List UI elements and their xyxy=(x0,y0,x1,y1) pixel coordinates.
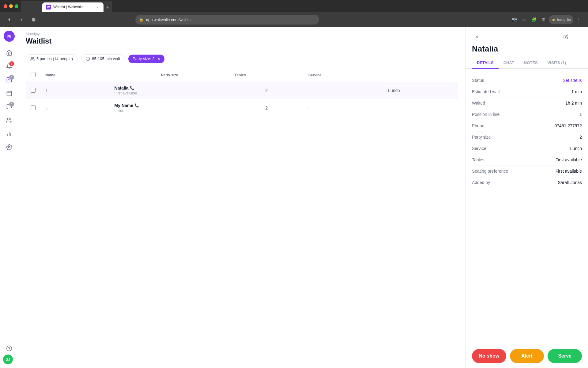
detail-row-position: Position in line 1 xyxy=(472,109,582,120)
sidebar-item-home[interactable] xyxy=(3,47,15,59)
svg-point-5 xyxy=(7,118,9,120)
party-size-label: Party size xyxy=(472,135,491,140)
table-row[interactable]: 5 My Name 📞 Inside 2 - xyxy=(26,99,458,117)
waitlist-table: Name Party size Tables Service 1 xyxy=(26,68,458,117)
service-cell xyxy=(383,99,458,117)
parties-chip: 5 parties (14 people) xyxy=(26,54,77,63)
tables-value: First available xyxy=(556,157,582,162)
detail-row-added-by: Added by Sarah Jonas xyxy=(472,177,582,188)
sidebar-item-notifications[interactable]: 5 xyxy=(3,60,15,72)
extension-icon[interactable]: 🧩 xyxy=(530,15,538,24)
sidebar-item-team[interactable] xyxy=(3,114,15,126)
address-bar-container: 🔒 app.waitwhile.com/waitlist 📷 ☆ 🧩 ⊞ 🕵️ … xyxy=(0,12,588,27)
guest-name: My Name xyxy=(115,103,133,108)
right-panel: × ⋮ Natalia DETAILS CHAT NOTES VISITS (1… xyxy=(466,27,588,368)
org-avatar[interactable]: M xyxy=(4,31,15,42)
panel-more-button[interactable]: ⋮ xyxy=(572,32,582,42)
panel-edit-button[interactable] xyxy=(561,32,571,42)
sidebar-item-chat[interactable]: 0 xyxy=(3,101,15,113)
filter-chip[interactable]: Party size: 2 × xyxy=(128,55,164,63)
app-container: M 5 0 0 xyxy=(0,27,588,368)
estimated-wait-value: 1 min xyxy=(571,89,582,94)
forward-button[interactable] xyxy=(17,15,26,24)
maximize-button[interactable] xyxy=(15,4,18,8)
party-size-cell: 2 xyxy=(230,99,303,117)
sidebar-item-analytics[interactable] xyxy=(3,128,15,140)
phone-value: 07451 277972 xyxy=(554,123,582,128)
position-label: Position in line xyxy=(472,112,499,117)
tab-notes[interactable]: NOTES xyxy=(519,57,543,69)
refresh-button[interactable] xyxy=(29,15,38,24)
sidebar-item-checkin[interactable]: 0 xyxy=(3,74,15,86)
added-by-label: Added by xyxy=(472,180,490,185)
tab-visits[interactable]: VISITS (1) xyxy=(543,57,571,69)
sidebar-item-waitlist[interactable] xyxy=(3,87,15,99)
panel-header: × ⋮ xyxy=(466,27,588,42)
select-all-checkbox[interactable] xyxy=(31,72,36,77)
added-by-value: Sarah Jonas xyxy=(558,180,582,185)
close-button[interactable] xyxy=(4,4,7,8)
col-header-service: Service xyxy=(303,68,383,82)
sidebar-item-settings[interactable] xyxy=(3,141,15,153)
main-header: Moodjoy Waitlist xyxy=(18,27,466,49)
title-bar: Waitlist | Waitwhile × + xyxy=(0,0,588,12)
menu-button[interactable]: ⋮ xyxy=(575,15,583,24)
detail-row-party-size: Party size 2 xyxy=(472,132,582,143)
alert-button[interactable]: Alert xyxy=(510,349,544,363)
browser-chrome: Waitlist | Waitwhile × + 🔒 app.waitwhile… xyxy=(0,0,588,27)
user-avatar[interactable]: SJ xyxy=(3,355,13,364)
detail-row-estimated-wait: Estimated wait 1 min xyxy=(472,86,582,98)
window-controls xyxy=(4,4,18,8)
sidebar-bottom: SJ xyxy=(3,342,15,364)
waited-value: 1h 2 min xyxy=(565,101,582,105)
table-header-row: Name Party size Tables Service xyxy=(26,68,458,82)
tab-chat[interactable]: CHAT xyxy=(499,57,519,69)
serve-button[interactable]: Serve xyxy=(548,349,582,363)
detail-row-tables: Tables First available xyxy=(472,154,582,166)
phone-icon: 📞 xyxy=(130,86,134,90)
incognito-label: Incognito xyxy=(557,18,571,21)
panel-close-button[interactable]: × xyxy=(472,32,482,42)
filter-remove-button[interactable]: × xyxy=(158,56,160,61)
tab-title: Waitlist | Waitwhile xyxy=(53,5,92,9)
svg-point-12 xyxy=(31,57,33,59)
row-checkbox[interactable] xyxy=(31,105,36,110)
tab-close-button[interactable]: × xyxy=(95,5,100,10)
tables-label: Tables xyxy=(472,157,484,162)
tab-favicon xyxy=(46,5,51,10)
camera-off-icon: 📷 xyxy=(510,15,518,24)
party-size-value: 2 xyxy=(579,135,582,140)
chat-badge: 0 xyxy=(9,102,14,107)
wait-chip: 85-105 min wait xyxy=(81,54,125,63)
detail-row-seating: Seating preference First available xyxy=(472,166,582,177)
set-status-link[interactable]: Set status xyxy=(563,78,582,83)
row-checkbox[interactable] xyxy=(31,88,36,93)
phone-icon: 📞 xyxy=(134,103,139,108)
row-number: 1 xyxy=(45,88,47,93)
tables-cell xyxy=(303,82,383,99)
row-number: 5 xyxy=(45,106,47,110)
no-show-button[interactable]: No show xyxy=(472,349,506,363)
detail-row-status: Status Set status xyxy=(472,75,582,86)
party-size-cell: 2 xyxy=(230,82,303,99)
tab-details[interactable]: DETAILS xyxy=(472,57,499,69)
panel-actions: ⋮ xyxy=(561,32,582,42)
sidebar-item-help[interactable] xyxy=(3,342,15,355)
back-button[interactable] xyxy=(5,15,13,24)
svg-rect-1 xyxy=(7,91,11,96)
star-icon[interactable]: ☆ xyxy=(520,15,528,24)
position-value: 1 xyxy=(579,112,582,117)
browser-tab[interactable]: Waitlist | Waitwhile × xyxy=(42,2,104,12)
service-label: Service xyxy=(472,146,486,151)
col-header-tables: Tables xyxy=(230,68,303,82)
sidebar: M 5 0 0 xyxy=(0,27,18,368)
guest-name-cell: Natalia 📞 xyxy=(115,86,134,90)
service-cell: Lunch xyxy=(383,82,458,99)
url-bar[interactable]: 🔒 app.waitwhile.com/waitlist xyxy=(135,15,319,25)
detail-row-service: Service Lunch xyxy=(472,143,582,154)
new-tab-button[interactable]: + xyxy=(104,3,112,12)
guest-name: Natalia xyxy=(115,86,129,90)
minimize-button[interactable] xyxy=(9,4,13,8)
table-row[interactable]: 1 Natalia 📞 First available 2 Lunch xyxy=(26,82,458,99)
grid-icon[interactable]: ⊞ xyxy=(539,15,548,24)
